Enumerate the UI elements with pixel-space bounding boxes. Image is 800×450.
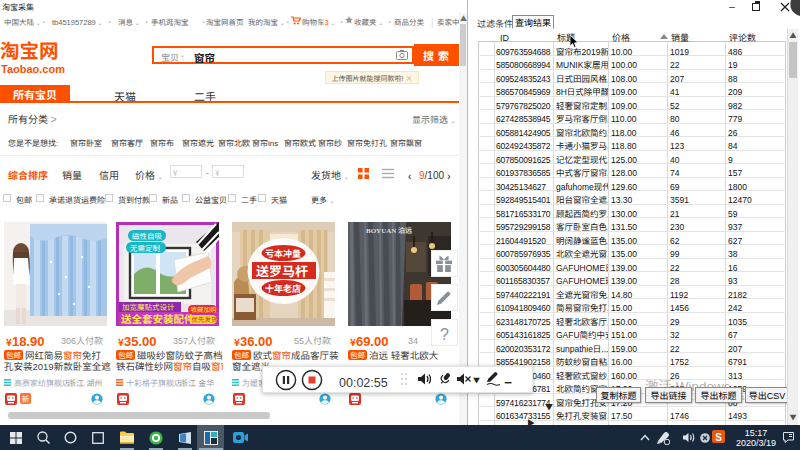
svg-text:亏本冲量: 亏本冲量 [265,247,301,260]
svg-text:送罗马杆: 送罗马杆 [256,261,308,280]
svg-text:磁性自吸: 磁性自吸 [132,230,162,241]
svg-text:优先发货: 优先发货 [192,314,219,324]
svg-text:送全套安装配件: 送全套安装配件 [121,311,195,326]
svg-text:十年老店: 十年老店 [265,282,301,295]
svg-text:收藏加购: 收藏加购 [191,304,218,314]
svg-text:无需定制: 无需定制 [130,242,160,253]
svg-text:BOYUAN 泊远: BOYUAN 泊远 [366,225,412,235]
